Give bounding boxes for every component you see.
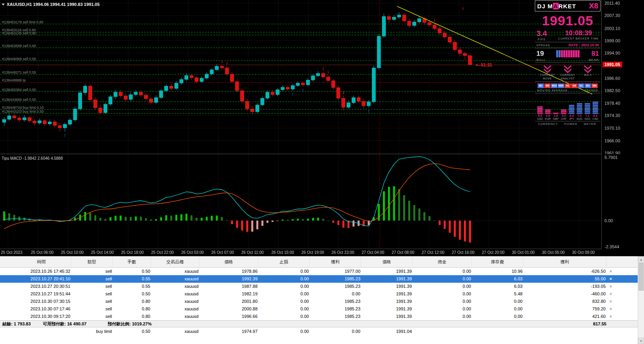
table-cell: 0.00 <box>258 298 310 305</box>
currency-code-label: CHF <box>560 117 567 120</box>
pips-label: PIPS <box>538 38 546 41</box>
order-line-label: #139443103 buy limit 0.50 <box>2 110 44 113</box>
trend-column-label: CURRENT <box>560 74 575 77</box>
time-axis-label: 25 Oct 10:00 <box>61 250 83 255</box>
price-axis-label: 2003.10 <box>604 26 620 31</box>
trade-row[interactable]: 2023.10.30 07:17:46sell0.80xauusd2000.88… <box>0 305 638 313</box>
macd-bar <box>84 212 86 221</box>
power-bar-segment <box>537 110 543 111</box>
candle-body <box>58 125 62 128</box>
candle-body <box>296 83 299 85</box>
table-cell: 1991.39 <box>361 290 413 298</box>
timeframe-chip[interactable]: D1 <box>578 83 584 88</box>
dj-market-logo: DJ MARKET X8 <box>535 0 600 11</box>
table-cell: 0.80 <box>113 305 151 313</box>
trade-row[interactable]: 2023.10.30 09:17:20sell0.80xauusd1996.66… <box>0 313 638 320</box>
currency-power-meter-label: CURRENCYPOWERMETER: <box>535 121 600 127</box>
gauge-strip <box>575 50 577 57</box>
candle-body <box>104 104 107 113</box>
candle-body <box>8 116 11 119</box>
trade-row[interactable]: 2023.10.27 20:41:10sell0.55xauusd1992.39… <box>0 275 638 283</box>
macd-bar <box>191 215 193 221</box>
bull-bear-gauge <box>556 50 580 57</box>
margin-level-value: 預付款比例: 1019.27% <box>108 321 152 327</box>
macd-bar <box>444 221 446 229</box>
close-order-button[interactable]: × <box>608 283 614 290</box>
time-axis-label: 26 Oct 11:00 <box>241 250 264 255</box>
candle-body <box>124 96 127 99</box>
trade-row[interactable]: 2023.10.27 19:51:44sell0.50xauusd1982.19… <box>0 290 638 298</box>
time-axis-label: 30 Oct 09:00 <box>572 250 595 255</box>
close-order-button[interactable]: × <box>608 290 614 298</box>
trade-row[interactable]: 2023.10.26 17:45:32sell0.50xauusd1978.86… <box>0 268 638 275</box>
power-bar-segment <box>569 105 574 106</box>
currency-code-label: EUR <box>544 117 551 120</box>
table-cell: xauusd <box>151 313 199 320</box>
trade-row[interactable]: 2023.10.27 20:30:51sell0.55xauusd1987.88… <box>0 283 638 290</box>
candle-body <box>326 77 330 81</box>
timeframe-chip[interactable]: W1 <box>585 83 591 88</box>
candle-body <box>428 23 431 25</box>
timeframe-chip[interactable]: H1 <box>564 83 571 88</box>
price-axis[interactable]: 1991.05 2011.402007.302003.101999.001994… <box>601 0 644 154</box>
moving-average-label: MOVING AVERAGE <box>537 89 568 92</box>
time-axis[interactable]: 25 Oct 202325 Oct 06:0025 Oct 10:0025 Oc… <box>0 249 644 256</box>
macd-bar <box>211 216 213 221</box>
table-cell: 0.00 <box>258 328 310 335</box>
macd-axis-label: 5.7901 <box>604 155 618 160</box>
power-bar-segment <box>593 103 598 104</box>
macd-bar <box>241 221 243 231</box>
candle-body <box>23 117 26 120</box>
macd-chart <box>0 154 601 249</box>
close-order-button[interactable]: × <box>608 275 614 283</box>
close-order-button[interactable]: × <box>608 298 614 305</box>
trade-row[interactable]: 2023.10.30 07:30:15sell0.80xauusd2001.80… <box>0 298 638 305</box>
candle-body <box>407 21 411 25</box>
table-cell: 0.00 <box>258 290 310 298</box>
timeframe-chip[interactable]: M30 <box>558 83 564 88</box>
power-bar-segment <box>537 106 543 108</box>
macd-bar <box>434 221 436 221</box>
candle-body <box>230 74 234 81</box>
candle-body <box>306 80 310 85</box>
macd-axis[interactable]: 5.79010.00-2.3544 <box>601 154 644 249</box>
power-bar-segment <box>537 108 543 109</box>
panel-divider[interactable] <box>0 154 644 154</box>
candle-body <box>195 77 198 81</box>
close-order-button[interactable]: × <box>608 305 614 313</box>
double-chevron-down-icon <box>542 65 553 74</box>
macd-bar <box>216 215 218 221</box>
macd-bar <box>378 204 380 221</box>
close-order-button[interactable]: × <box>608 313 614 320</box>
scroll-down-button[interactable]: ▼ <box>638 338 644 344</box>
candle-body <box>149 99 153 102</box>
scroll-thumb[interactable] <box>638 263 644 291</box>
table-cell: sell <box>71 268 113 275</box>
timeframe-chip[interactable]: M5 <box>544 83 551 88</box>
timeframe-chip[interactable]: H4 <box>571 83 578 88</box>
power-bar-segment <box>577 103 582 104</box>
timeframe-chip[interactable]: M15 <box>551 83 557 88</box>
pending-order-row[interactable]: buy limit0.50xauusd1974.970.000.001991.0… <box>0 328 638 335</box>
candle-body <box>13 116 16 118</box>
close-order-button[interactable]: × <box>608 268 614 275</box>
terminal-scrollbar[interactable]: ▲ ▼ <box>638 256 644 344</box>
table-cell: 0.55 <box>113 283 151 290</box>
chart-caret-icon[interactable] <box>2 4 5 6</box>
timeframe-chip[interactable]: MN <box>591 83 598 88</box>
column-header: 止損 <box>258 256 310 267</box>
scroll-up-button[interactable]: ▲ <box>638 256 644 263</box>
candle-body <box>169 86 173 89</box>
power-meter-word: METER: <box>584 122 597 126</box>
table-cell: 1985.23 <box>310 305 361 313</box>
power-bar-segment <box>577 105 582 106</box>
candle-body <box>235 81 239 91</box>
candle-body <box>114 92 117 96</box>
power-bar-segment <box>545 111 551 112</box>
buy-arrow-icon: ↑ <box>301 87 304 93</box>
balance-value: 結餘: 1 793.83 <box>2 321 31 327</box>
currency-power-value: 3.3 <box>560 114 567 117</box>
time-axis-label: 26 Oct 07:00 <box>211 250 234 255</box>
timeframe-chip[interactable]: M1 <box>538 83 544 88</box>
candle-body <box>63 124 67 128</box>
